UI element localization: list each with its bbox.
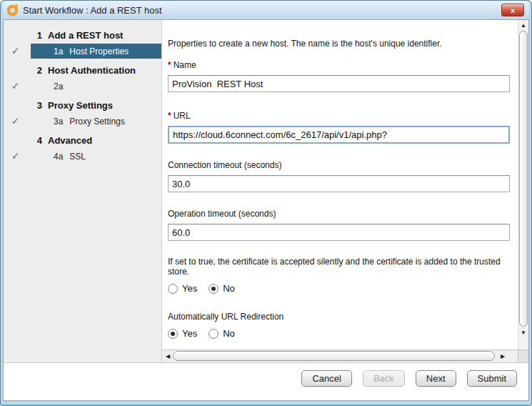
- dialog-content: 1 Add a REST host ✓ 1a Host Properties 2…: [3, 19, 529, 401]
- substep-id: 1a: [54, 46, 63, 56]
- check-icon: ✓: [4, 114, 31, 129]
- connection-timeout-input[interactable]: [168, 175, 510, 192]
- check-icon: ✓: [4, 44, 31, 59]
- sidebar-item-ssl[interactable]: ✓ 4a SSL: [4, 149, 161, 164]
- redirect-radio-group: Yes No: [168, 328, 510, 339]
- sidebar-item-host-authentication[interactable]: ✓ 2a: [4, 79, 161, 94]
- redirect-yes-radio[interactable]: Yes: [168, 328, 197, 339]
- step-title: Advanced: [48, 135, 92, 146]
- required-icon: *: [168, 60, 171, 70]
- redirect-no-radio[interactable]: No: [209, 328, 235, 339]
- redirect-question-text: Automatically URL Redirection: [168, 312, 510, 322]
- certificate-question-text: If set to true, the certificate is accep…: [168, 257, 510, 277]
- check-icon: ✓: [4, 149, 31, 164]
- next-button[interactable]: Next: [416, 370, 456, 387]
- sidebar-item-host-properties[interactable]: ✓ 1a Host Properties: [4, 44, 161, 59]
- close-button[interactable]: x: [501, 4, 524, 16]
- radio-icon: [209, 329, 219, 339]
- scroll-left-icon[interactable]: ◀: [163, 352, 173, 362]
- url-label: *URL: [168, 111, 510, 121]
- step-header-3: 3 Proxy Settings: [4, 97, 161, 113]
- step-number: 3: [4, 100, 48, 111]
- scroll-down-icon[interactable]: ▼: [518, 328, 528, 338]
- check-icon: ✓: [4, 79, 31, 94]
- url-input[interactable]: [168, 126, 510, 144]
- step-title: Host Authentication: [48, 65, 136, 76]
- substep-id: 2a: [54, 81, 63, 91]
- operation-timeout-label: Operation timeout (seconds): [168, 209, 510, 219]
- vertical-scrollbar-thumb[interactable]: [519, 31, 528, 327]
- connection-timeout-label: Connection timeout (seconds): [168, 160, 510, 170]
- step-header-4: 4 Advanced: [4, 132, 161, 148]
- close-icon: x: [511, 6, 515, 14]
- step-header-2: 2 Host Authentication: [4, 62, 161, 78]
- radio-icon: [209, 284, 219, 294]
- name-input[interactable]: [168, 75, 510, 92]
- titlebar[interactable]: Start Workflow : Add a REST host x: [3, 1, 529, 19]
- scroll-up-icon[interactable]: ▲: [518, 21, 528, 31]
- radio-icon: [168, 284, 178, 294]
- workflow-steps-sidebar: 1 Add a REST host ✓ 1a Host Properties 2…: [4, 20, 162, 362]
- scroll-right-icon[interactable]: ▶: [498, 352, 508, 362]
- radio-icon: [168, 329, 178, 339]
- step-number: 4: [4, 135, 48, 146]
- scrollbar-corner: [518, 350, 528, 362]
- substep-id: 3a: [54, 117, 63, 127]
- substep-label: SSL: [69, 152, 86, 162]
- back-button[interactable]: Back: [363, 370, 405, 387]
- sidebar-item-proxy-settings[interactable]: ✓ 3a Proxy Settings: [4, 114, 161, 129]
- window-title: Start Workflow : Add a REST host: [23, 5, 162, 16]
- host-properties-form: Properties to create a new host. The nam…: [162, 20, 528, 350]
- operation-timeout-input[interactable]: [168, 224, 510, 241]
- cancel-button[interactable]: Cancel: [301, 370, 351, 387]
- certificate-yes-radio[interactable]: Yes: [168, 283, 197, 294]
- dialog-footer: Cancel Back Next Submit: [4, 362, 528, 400]
- step-number: 2: [4, 65, 48, 76]
- certificate-radio-group: Yes No: [168, 283, 510, 294]
- form-description: Properties to create a new host. The nam…: [168, 39, 510, 49]
- step-title: Proxy Settings: [48, 100, 113, 111]
- certificate-no-radio[interactable]: No: [209, 283, 235, 294]
- step-header-1: 1 Add a REST host: [4, 27, 161, 43]
- substep-label: Host Properties: [69, 46, 129, 56]
- substep-id: 4a: [54, 152, 63, 162]
- step-title: Add a REST host: [48, 30, 123, 41]
- orchestrator-icon: [7, 5, 18, 16]
- submit-button[interactable]: Submit: [467, 370, 517, 387]
- vertical-scrollbar[interactable]: ▲ ▼: [518, 20, 528, 350]
- substep-label: Proxy Settings: [69, 117, 124, 127]
- name-label: *Name: [168, 60, 510, 70]
- start-workflow-dialog: Start Workflow : Add a REST host x 1 Add…: [0, 0, 532, 406]
- step-number: 1: [4, 30, 48, 41]
- horizontal-scrollbar[interactable]: ◀ ▶: [162, 350, 518, 362]
- required-icon: *: [168, 111, 171, 121]
- horizontal-scrollbar-thumb[interactable]: [173, 351, 495, 361]
